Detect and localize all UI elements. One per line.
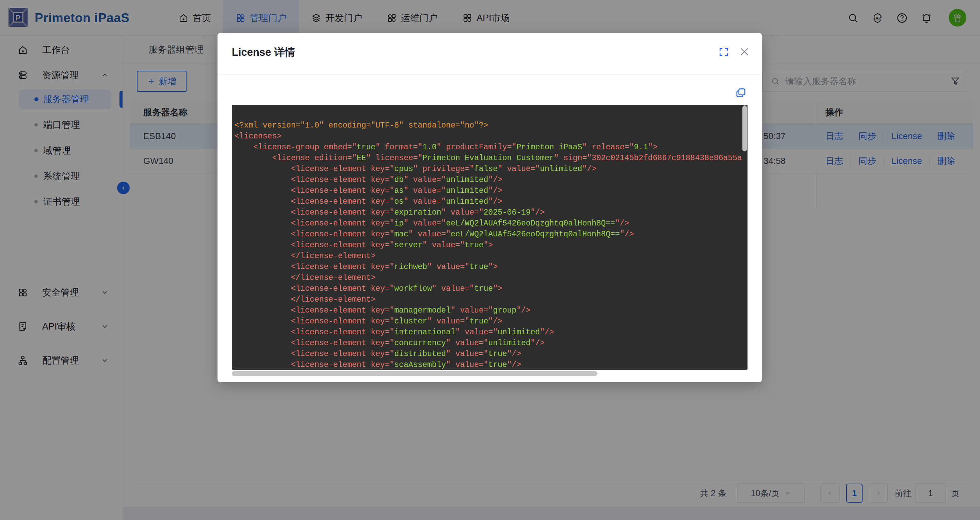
license-detail-modal: License 详情 <?xml version="1.0" encoding=…: [218, 33, 762, 382]
modal-title: License 详情: [232, 45, 295, 60]
app-root: P Primeton iPaaS 首页 管理门户 开发门户 运维门户: [0, 0, 980, 520]
license-xml-code[interactable]: <?xml version="1.0" encoding="UTF-8" sta…: [232, 105, 748, 370]
fullscreen-icon[interactable]: [718, 47, 729, 57]
close-icon[interactable]: [739, 46, 750, 57]
copy-icon[interactable]: [735, 86, 747, 98]
vertical-scrollbar[interactable]: [742, 105, 747, 151]
divider: [218, 74, 762, 75]
xml-content: <?xml version="1.0" encoding="UTF-8" sta…: [232, 105, 748, 370]
horizontal-scrollbar[interactable]: [232, 371, 597, 376]
